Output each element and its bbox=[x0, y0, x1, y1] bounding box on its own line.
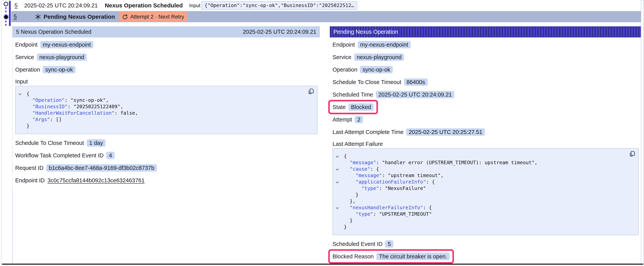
input-preview-chip[interactable]: {"Operation":"sync-op-ok","BusinessID":"… bbox=[201, 1, 357, 10]
field-row: Service nexus-playground bbox=[12, 54, 320, 61]
field-label: Schedule To Close Timeout bbox=[332, 79, 401, 85]
field-label: Attempt bbox=[332, 116, 352, 123]
field-row: Scheduled Time 2025-02-25 UTC 20:24:09.2… bbox=[330, 91, 641, 98]
input-section-label: Input bbox=[12, 78, 320, 85]
page-right-border bbox=[643, 0, 644, 264]
selected-event-marker-icon bbox=[4, 15, 8, 19]
code-line: "message": "handler error (UPSTREAM_TIME… bbox=[333, 159, 638, 166]
retry-badge: Attempt 2 · Next Retry bbox=[119, 12, 187, 22]
code-line: } bbox=[333, 217, 638, 224]
window-bottom-edge bbox=[2, 264, 643, 265]
code-line: { bbox=[333, 153, 638, 159]
blocked-reason-field-row: Blocked Reason The circuit breaker is op… bbox=[330, 253, 641, 260]
input-code-block: { "Operation": "sync-op-ok", "BusinessID… bbox=[15, 86, 318, 134]
code-line: { bbox=[16, 91, 317, 97]
failure-code-block: { "message": "handler error (UPSTREAM_TI… bbox=[332, 148, 639, 235]
code-line: "BusinessID": "20250225122409", bbox=[16, 103, 317, 110]
pending-operation-title: Pending Nexus Operation bbox=[44, 14, 115, 20]
timeline-dashed-connector bbox=[5, 7, 6, 14]
event-row-scheduled[interactable]: 5 2025-02-25 UTC 20:24:09.21 Nexus Opera… bbox=[11, 0, 641, 11]
field-label: Request ID bbox=[15, 165, 44, 171]
collapse-chevron-icon[interactable] bbox=[18, 92, 22, 95]
field-row: Attempt 2 bbox=[330, 116, 641, 123]
event-row-pending[interactable]: 5 Pending Nexus Operation Attempt 2 · Ne… bbox=[11, 11, 641, 22]
event-id-link[interactable]: 5 bbox=[14, 2, 18, 9]
retry-icon bbox=[122, 14, 128, 20]
collapse-chevron-icon[interactable] bbox=[336, 167, 339, 171]
field-value-chip: 2025-02-25 UTC 20:25:27.51 bbox=[406, 128, 485, 136]
code-line: }, bbox=[333, 198, 638, 204]
field-value-chip: 86400s bbox=[404, 78, 428, 86]
collapse-chevron-icon[interactable] bbox=[336, 155, 339, 158]
event-title: Nexus Operation Scheduled bbox=[105, 2, 183, 9]
field-value-chip: nexus-playground bbox=[354, 54, 404, 61]
panel-header: 5 Nexus Operation Scheduled 2025-02-25 U… bbox=[12, 26, 320, 38]
collapse-chevron-icon[interactable] bbox=[336, 206, 339, 209]
asterisk-icon bbox=[35, 14, 41, 20]
page-right-border bbox=[641, 0, 641, 264]
event-history-page: 5 2025-02-25 UTC 20:24:09.21 Nexus Opera… bbox=[0, 0, 644, 266]
page-left-border bbox=[1, 0, 1, 266]
field-label: Service bbox=[15, 54, 34, 61]
code-line: "cause": { bbox=[333, 166, 638, 172]
field-label: Endpoint bbox=[15, 42, 38, 48]
field-row: Service nexus-playground bbox=[330, 54, 641, 61]
input-label: Input bbox=[189, 3, 200, 9]
field-label: Schedule To Close Timeout bbox=[15, 140, 84, 146]
panel-title: Pending Nexus Operation bbox=[333, 29, 398, 35]
field-label: Scheduled Event ID bbox=[332, 241, 382, 247]
field-value-chip: sync-op-ok bbox=[43, 66, 76, 73]
code-line: } bbox=[16, 123, 317, 129]
selected-group-accent-bar bbox=[9, 1, 11, 26]
field-value-chip: nexus-playground bbox=[37, 54, 87, 61]
failure-section-label: Last Attempt Failure bbox=[330, 141, 641, 147]
field-value-chip: 2025-02-25 UTC 20:24:09.21 bbox=[376, 91, 454, 98]
collapse-chevron-icon[interactable] bbox=[336, 180, 339, 183]
code-line: "Operation": "sync-op-ok", bbox=[16, 97, 317, 103]
code-line: "type": "NexusFailure" bbox=[333, 185, 638, 191]
field-row: Endpoint my-nexus-endpoint bbox=[12, 41, 320, 48]
blocked-reason-value-chip: The circuit breaker is open. bbox=[376, 253, 450, 260]
field-row: Operation sync-op-ok bbox=[12, 66, 320, 73]
panel-nexus-operation-scheduled: 5 Nexus Operation Scheduled 2025-02-25 U… bbox=[12, 26, 320, 189]
field-value-chip: my-nexus-endpoint bbox=[40, 41, 94, 48]
field-row: Request ID b1c6a4bc-8ee7-468a-9169-df3b0… bbox=[12, 164, 320, 172]
code-line: "Args": [] bbox=[16, 116, 317, 123]
field-label: State bbox=[332, 104, 346, 110]
code-line: } bbox=[333, 224, 638, 230]
field-value-chip: b1c6a4bc-8ee7-468a-9169-df3b02c8737b bbox=[46, 164, 157, 172]
state-field-row: State Blocked bbox=[330, 103, 641, 111]
field-label: Operation bbox=[15, 67, 40, 73]
field-label: Endpoint ID bbox=[15, 177, 45, 184]
field-row: Endpoint ID 3c0c75ccfa8144b092c13ce63246… bbox=[12, 177, 320, 184]
pending-panel-header: Pending Nexus Operation bbox=[330, 26, 641, 38]
field-value-chip: 1 day bbox=[87, 139, 106, 147]
field-row: Operation sync-op-ok bbox=[330, 66, 641, 73]
field-label: Blocked Reason bbox=[332, 253, 374, 260]
field-value-chip: 4 bbox=[106, 152, 114, 159]
panel-title: 5 Nexus Operation Scheduled bbox=[16, 29, 92, 35]
blocked-reason-annotation-box: Blocked Reason The circuit breaker is op… bbox=[328, 249, 454, 264]
json-viewer: { "Operation": "sync-op-ok", "BusinessID… bbox=[16, 91, 317, 129]
endpoint-id-link[interactable]: 3c0c75ccfa8144b092c13ce632463761 bbox=[48, 177, 145, 184]
code-line: "type": "UPSTREAM_TIMEOUT" bbox=[333, 211, 638, 217]
event-id-link[interactable]: 5 bbox=[14, 14, 17, 20]
retry-badge-label: Attempt 2 · Next Retry bbox=[130, 14, 184, 20]
event-timestamp: 2025-02-25 UTC 20:24:09.21 bbox=[24, 2, 98, 9]
code-line: "applicationFailureInfo": { bbox=[333, 179, 638, 185]
timeline-dashed-connector bbox=[5, 21, 6, 26]
state-value-chip: Blocked bbox=[348, 103, 374, 111]
field-value-chip: sync-op-ok bbox=[360, 66, 393, 73]
field-row: Schedule To Close Timeout 86400s bbox=[330, 78, 641, 86]
field-row: Last Attempt Complete Time 2025-02-25 UT… bbox=[330, 128, 641, 136]
field-row: Endpoint my-nexus-endpoint bbox=[330, 41, 641, 48]
field-label: Service bbox=[332, 54, 352, 61]
field-row: Scheduled Event ID 5 bbox=[330, 240, 641, 248]
event-marker-icon bbox=[4, 2, 8, 6]
panel-pending-nexus-operation: Pending Nexus Operation Endpoint my-nexu… bbox=[330, 26, 641, 265]
field-row: Workflow Task Completed Event ID 4 bbox=[12, 152, 320, 159]
json-viewer: { "message": "handler error (UPSTREAM_TI… bbox=[333, 153, 638, 230]
field-row: Schedule To Close Timeout 1 day bbox=[12, 139, 320, 147]
code-line: } bbox=[333, 191, 638, 198]
field-label: Scheduled Time bbox=[332, 92, 373, 98]
